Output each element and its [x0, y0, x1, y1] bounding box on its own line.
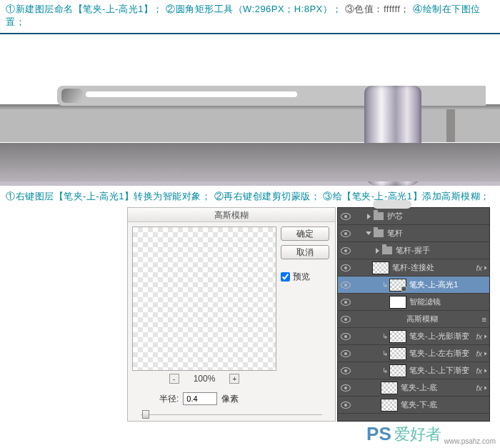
visibility-toggle[interactable]	[338, 277, 354, 293]
layer-name: 智能滤镜	[409, 297, 489, 307]
visibility-toggle[interactable]	[338, 328, 354, 344]
eye-icon	[341, 350, 351, 357]
layer-name: 笔杆	[387, 228, 489, 239]
gaussian-blur-dialog: 高斯模糊 - 100% + 确定 取消 预览 半径: 像素	[127, 207, 336, 422]
folder-icon	[374, 212, 384, 220]
eye-icon	[341, 316, 351, 323]
layer-name: 护芯	[387, 211, 489, 221]
layer-row[interactable]: ↳笔夹-上-高光1	[338, 277, 489, 294]
preview-checkbox[interactable]: 预览	[281, 271, 331, 283]
clip-icon: ↳	[381, 349, 389, 357]
layer-name: 高斯模糊	[406, 314, 482, 324]
zoom-level: 100%	[194, 374, 216, 384]
eye-icon	[341, 247, 351, 254]
eye-icon	[341, 230, 351, 237]
eye-icon	[341, 213, 351, 220]
eye-icon	[341, 384, 351, 392]
dialog-title: 高斯模糊	[128, 208, 335, 222]
layer-row[interactable]: ↳笔夹-上-上下渐变fx	[338, 362, 489, 379]
visibility-toggle[interactable]	[338, 294, 354, 310]
layer-thumb	[381, 382, 398, 394]
fx-badge[interactable]: fx	[476, 349, 482, 358]
preview-canvas[interactable]	[132, 227, 276, 371]
clip-icon: ↳	[381, 281, 389, 289]
disclosure-icon[interactable]	[365, 230, 372, 237]
layers-panel: 护芯笔杆笔杆-握手笔杆-连接处fx↳笔夹-上-高光1智能滤镜高斯模糊≡↳笔夹-上…	[337, 207, 490, 422]
highlight-bar	[86, 91, 297, 97]
layer-thumb	[372, 262, 389, 274]
layer-row[interactable]: 笔夹-上-底fx	[338, 379, 489, 397]
cancel-button[interactable]: 取消	[281, 245, 329, 259]
disclosure-icon[interactable]	[365, 213, 372, 220]
layer-name: 笔杆-握手	[396, 245, 489, 256]
eye-icon	[341, 367, 351, 374]
layer-thumb	[389, 279, 406, 292]
radius-slider[interactable]	[141, 409, 322, 419]
visibility-toggle[interactable]	[338, 397, 354, 413]
visibility-toggle[interactable]	[338, 242, 354, 259]
visibility-toggle[interactable]	[338, 311, 354, 327]
layer-thumb	[389, 364, 406, 377]
layer-name: 笔夹-上-底	[401, 382, 476, 393]
eye-icon	[341, 402, 351, 409]
zoom-out-button[interactable]: -	[169, 374, 179, 384]
layer-name: 笔夹-上-左右渐变	[409, 348, 476, 359]
filter-options-icon[interactable]: ≡	[482, 315, 486, 324]
disclosure-icon[interactable]	[374, 247, 381, 254]
mask-thumb	[389, 296, 406, 309]
visibility-toggle[interactable]	[338, 379, 354, 396]
instruction-1: ①新建图层命名【笔夹-上-高光1】； ②圆角矩形工具（W:296PX；H:8PX…	[0, 0, 500, 31]
instruction-2: ①右键图层【笔夹-上-高光1】转换为智能对象； ②再右键创建剪切蒙版； ③给【笔…	[0, 187, 500, 206]
folder-icon	[382, 247, 392, 254]
layer-row[interactable]: 智能滤镜	[338, 294, 489, 311]
zoom-in-button[interactable]: +	[229, 374, 239, 384]
visibility-toggle[interactable]	[338, 362, 354, 379]
layer-row[interactable]: 护芯	[338, 208, 489, 225]
visibility-toggle[interactable]	[338, 225, 354, 242]
illustration	[0, 33, 500, 183]
clip-icon: ↳	[381, 332, 389, 340]
watermark: PS 爱好者 www.psahz.com	[366, 423, 496, 445]
layer-name: 笔夹-下-底	[401, 399, 489, 410]
fx-badge[interactable]: fx	[476, 264, 482, 272]
layer-row[interactable]: ↳笔夹-上-左右渐变fx	[338, 345, 489, 362]
fx-badge[interactable]: fx	[476, 384, 482, 392]
layer-row[interactable]: 笔杆-连接处fx	[338, 259, 489, 277]
eye-icon	[341, 299, 351, 306]
layer-row[interactable]: ↳笔夹-上-光影渐变fx	[338, 328, 489, 345]
layer-row[interactable]: 笔杆	[338, 225, 489, 242]
folder-icon	[374, 229, 384, 237]
visibility-toggle[interactable]	[338, 259, 354, 276]
layer-thumb	[389, 330, 406, 343]
fx-badge[interactable]: fx	[476, 367, 482, 375]
radius-label: 半径:	[159, 393, 179, 405]
clip-icon: ↳	[381, 367, 389, 374]
layer-name: 笔杆-连接处	[392, 262, 476, 273]
radius-input[interactable]	[183, 392, 217, 405]
layer-row[interactable]: 笔夹-下-底	[338, 397, 489, 414]
ok-button[interactable]: 确定	[281, 227, 329, 241]
layer-row[interactable]: 高斯模糊≡	[338, 311, 489, 328]
eye-icon	[341, 333, 351, 340]
eye-icon	[341, 282, 351, 289]
layer-name: 笔夹-上-高光1	[409, 279, 489, 290]
layer-name: 笔夹-上-上下渐变	[409, 365, 476, 376]
fx-badge[interactable]: fx	[476, 332, 482, 341]
visibility-toggle[interactable]	[338, 208, 354, 224]
layer-row[interactable]: 笔杆-握手	[338, 242, 489, 259]
eye-icon	[341, 264, 351, 272]
layer-name: 笔夹-上-光影渐变	[409, 331, 476, 342]
radius-unit: 像素	[221, 393, 239, 405]
visibility-toggle[interactable]	[338, 345, 354, 362]
layer-thumb	[381, 399, 398, 412]
layer-thumb	[389, 347, 406, 360]
